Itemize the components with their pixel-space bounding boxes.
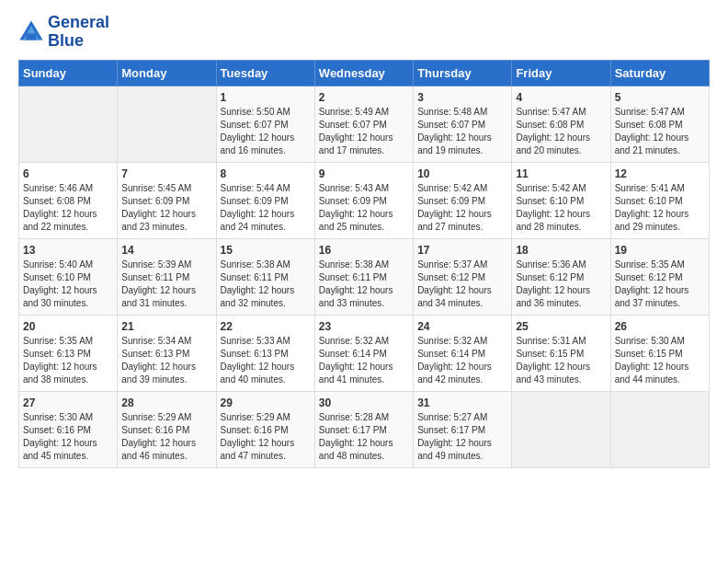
calendar-cell: 7Sunrise: 5:45 AMSunset: 6:09 PMDaylight… — [118, 162, 216, 238]
cell-content: Sunrise: 5:27 AMSunset: 6:17 PMDaylight:… — [417, 411, 507, 463]
header: General Blue — [18, 14, 710, 51]
calendar-cell: 26Sunrise: 5:30 AMSunset: 6:15 PMDayligh… — [610, 315, 709, 391]
calendar-cell: 19Sunrise: 5:35 AMSunset: 6:12 PMDayligh… — [610, 238, 709, 315]
cell-content: Sunrise: 5:35 AMSunset: 6:12 PMDaylight:… — [615, 259, 705, 310]
cell-content: Sunrise: 5:38 AMSunset: 6:11 PMDaylight:… — [319, 259, 409, 310]
calendar-cell: 30Sunrise: 5:28 AMSunset: 6:17 PMDayligh… — [314, 391, 413, 467]
day-number: 24 — [417, 320, 507, 333]
day-number: 12 — [615, 167, 705, 180]
calendar-cell: 22Sunrise: 5:33 AMSunset: 6:13 PMDayligh… — [216, 315, 314, 391]
logo-text-line2: Blue — [48, 32, 109, 51]
day-number: 9 — [319, 167, 409, 180]
calendar-cell: 25Sunrise: 5:31 AMSunset: 6:15 PMDayligh… — [512, 315, 610, 391]
calendar-cell: 18Sunrise: 5:36 AMSunset: 6:12 PMDayligh… — [512, 238, 610, 315]
calendar-cell: 21Sunrise: 5:34 AMSunset: 6:13 PMDayligh… — [118, 315, 216, 391]
day-number: 5 — [615, 91, 705, 104]
logo: General Blue — [18, 14, 109, 51]
cell-content: Sunrise: 5:30 AMSunset: 6:15 PMDaylight:… — [615, 335, 705, 386]
calendar-cell: 15Sunrise: 5:38 AMSunset: 6:11 PMDayligh… — [216, 238, 314, 315]
day-number: 25 — [516, 320, 606, 333]
calendar-cell: 31Sunrise: 5:27 AMSunset: 6:17 PMDayligh… — [414, 391, 512, 467]
calendar-cell: 6Sunrise: 5:46 AMSunset: 6:08 PMDaylight… — [19, 162, 118, 238]
day-number: 3 — [417, 91, 507, 104]
day-number: 16 — [319, 244, 409, 257]
day-number: 20 — [23, 320, 113, 333]
day-number: 8 — [221, 167, 311, 180]
day-number: 18 — [516, 244, 606, 257]
calendar-cell: 16Sunrise: 5:38 AMSunset: 6:11 PMDayligh… — [314, 238, 413, 315]
day-number: 19 — [615, 244, 705, 257]
calendar-cell: 5Sunrise: 5:47 AMSunset: 6:08 PMDaylight… — [610, 86, 709, 162]
week-row-5: 27Sunrise: 5:30 AMSunset: 6:16 PMDayligh… — [19, 391, 710, 467]
cell-content: Sunrise: 5:41 AMSunset: 6:10 PMDaylight:… — [615, 182, 705, 234]
day-number: 7 — [121, 167, 211, 180]
day-number: 1 — [221, 91, 311, 104]
page: General Blue SundayMondayTuesdayWednesda… — [0, 0, 728, 563]
day-number: 28 — [121, 396, 211, 409]
cell-content: Sunrise: 5:31 AMSunset: 6:15 PMDaylight:… — [516, 335, 606, 386]
cell-content: Sunrise: 5:28 AMSunset: 6:17 PMDaylight:… — [319, 411, 409, 463]
day-number: 4 — [516, 91, 606, 104]
cell-content: Sunrise: 5:36 AMSunset: 6:12 PMDaylight:… — [516, 259, 606, 310]
calendar-cell: 3Sunrise: 5:48 AMSunset: 6:07 PMDaylight… — [414, 86, 512, 162]
header-row: SundayMondayTuesdayWednesdayThursdayFrid… — [19, 60, 710, 86]
header-cell-monday: Monday — [118, 60, 216, 86]
day-number: 29 — [221, 396, 311, 409]
calendar-cell: 12Sunrise: 5:41 AMSunset: 6:10 PMDayligh… — [610, 162, 709, 238]
calendar-cell: 13Sunrise: 5:40 AMSunset: 6:10 PMDayligh… — [19, 238, 118, 315]
day-number: 17 — [417, 244, 507, 257]
cell-content: Sunrise: 5:32 AMSunset: 6:14 PMDaylight:… — [417, 335, 507, 386]
cell-content: Sunrise: 5:42 AMSunset: 6:09 PMDaylight:… — [417, 182, 507, 234]
week-row-3: 13Sunrise: 5:40 AMSunset: 6:10 PMDayligh… — [19, 238, 710, 315]
cell-content: Sunrise: 5:47 AMSunset: 6:08 PMDaylight:… — [615, 106, 705, 157]
cell-content: Sunrise: 5:39 AMSunset: 6:11 PMDaylight:… — [121, 259, 211, 310]
calendar-cell: 8Sunrise: 5:44 AMSunset: 6:09 PMDaylight… — [216, 162, 314, 238]
week-row-1: 1Sunrise: 5:50 AMSunset: 6:07 PMDaylight… — [19, 86, 710, 162]
cell-content: Sunrise: 5:45 AMSunset: 6:09 PMDaylight:… — [121, 182, 211, 234]
cell-content: Sunrise: 5:43 AMSunset: 6:09 PMDaylight:… — [319, 182, 409, 234]
calendar-cell: 29Sunrise: 5:29 AMSunset: 6:16 PMDayligh… — [216, 391, 314, 467]
day-number: 10 — [417, 167, 507, 180]
cell-content: Sunrise: 5:48 AMSunset: 6:07 PMDaylight:… — [417, 106, 507, 157]
cell-content: Sunrise: 5:35 AMSunset: 6:13 PMDaylight:… — [23, 335, 113, 386]
calendar-cell: 17Sunrise: 5:37 AMSunset: 6:12 PMDayligh… — [414, 238, 512, 315]
day-number: 21 — [121, 320, 211, 333]
cell-content: Sunrise: 5:44 AMSunset: 6:09 PMDaylight:… — [221, 182, 311, 234]
cell-content: Sunrise: 5:30 AMSunset: 6:16 PMDaylight:… — [23, 411, 113, 463]
cell-content: Sunrise: 5:29 AMSunset: 6:16 PMDaylight:… — [221, 411, 311, 463]
cell-content: Sunrise: 5:42 AMSunset: 6:10 PMDaylight:… — [516, 182, 606, 234]
calendar-cell: 4Sunrise: 5:47 AMSunset: 6:08 PMDaylight… — [512, 86, 610, 162]
calendar-cell: 24Sunrise: 5:32 AMSunset: 6:14 PMDayligh… — [414, 315, 512, 391]
cell-content: Sunrise: 5:38 AMSunset: 6:11 PMDaylight:… — [221, 259, 311, 310]
day-number: 30 — [319, 396, 409, 409]
svg-rect-2 — [26, 33, 36, 40]
cell-content: Sunrise: 5:50 AMSunset: 6:07 PMDaylight:… — [221, 106, 311, 157]
day-number: 14 — [121, 244, 211, 257]
day-number: 15 — [221, 244, 311, 257]
calendar-cell: 1Sunrise: 5:50 AMSunset: 6:07 PMDaylight… — [216, 86, 314, 162]
calendar-cell: 20Sunrise: 5:35 AMSunset: 6:13 PMDayligh… — [19, 315, 118, 391]
day-number: 11 — [516, 167, 606, 180]
calendar-cell: 11Sunrise: 5:42 AMSunset: 6:10 PMDayligh… — [512, 162, 610, 238]
calendar-cell — [19, 86, 118, 162]
cell-content: Sunrise: 5:47 AMSunset: 6:08 PMDaylight:… — [516, 106, 606, 157]
day-number: 31 — [417, 396, 507, 409]
cell-content: Sunrise: 5:32 AMSunset: 6:14 PMDaylight:… — [319, 335, 409, 386]
calendar-cell — [118, 86, 216, 162]
cell-content: Sunrise: 5:40 AMSunset: 6:10 PMDaylight:… — [23, 259, 113, 310]
calendar-cell — [512, 391, 610, 467]
calendar-cell — [610, 391, 709, 467]
cell-content: Sunrise: 5:49 AMSunset: 6:07 PMDaylight:… — [319, 106, 409, 157]
header-cell-wednesday: Wednesday — [314, 60, 413, 86]
calendar-cell: 2Sunrise: 5:49 AMSunset: 6:07 PMDaylight… — [314, 86, 413, 162]
cell-content: Sunrise: 5:34 AMSunset: 6:13 PMDaylight:… — [121, 335, 211, 386]
calendar-table: SundayMondayTuesdayWednesdayThursdayFrid… — [18, 60, 710, 468]
day-number: 27 — [23, 396, 113, 409]
logo-icon — [18, 19, 44, 45]
day-number: 23 — [319, 320, 409, 333]
logo-text-line1: General — [48, 14, 109, 32]
cell-content: Sunrise: 5:37 AMSunset: 6:12 PMDaylight:… — [417, 259, 507, 310]
week-row-4: 20Sunrise: 5:35 AMSunset: 6:13 PMDayligh… — [19, 315, 710, 391]
header-cell-friday: Friday — [512, 60, 610, 86]
day-number: 13 — [23, 244, 113, 257]
